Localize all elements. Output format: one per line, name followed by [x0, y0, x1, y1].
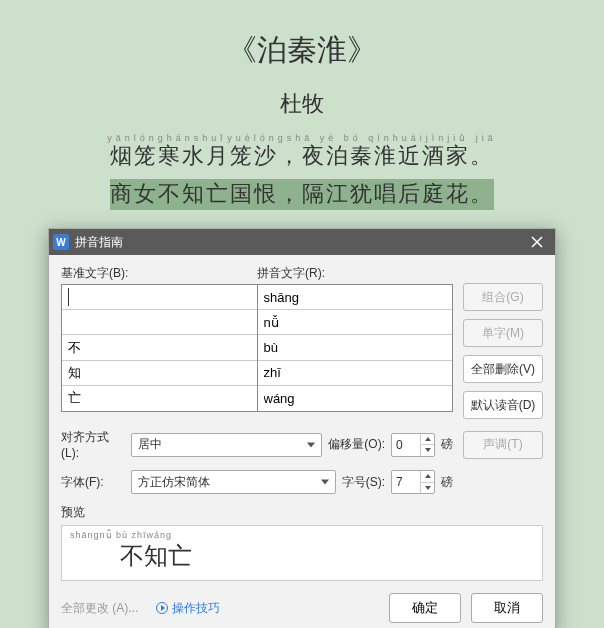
app-logo-icon: W — [53, 234, 69, 250]
size-value: 7 — [396, 475, 403, 489]
poem-line-2-selected[interactable]: 商女不知亡国恨，隔江犹唱后庭花。 — [110, 179, 494, 209]
preview-box: shāngnǚ bù zhīwáng 不知亡 — [61, 525, 543, 581]
preview-label: 预览 — [61, 504, 543, 521]
poem-ruby-line: yānlónghánshuǐyuèlóngshā yè bó qínhuáijì… — [0, 133, 604, 143]
play-icon — [156, 602, 168, 614]
pinyin-guide-dialog: W 拼音指南 基准文字(B): 拼音文字(R): — [48, 228, 556, 628]
table-cell[interactable] — [258, 335, 453, 360]
table-cell[interactable] — [62, 335, 257, 360]
spinner-up[interactable] — [421, 434, 434, 446]
chevron-down-icon — [321, 480, 329, 485]
font-value: 方正仿宋简体 — [138, 474, 210, 491]
table-cell[interactable] — [62, 285, 257, 310]
spinner-up[interactable] — [421, 471, 434, 483]
poem-background: 《泊秦淮》 杜牧 yānlónghánshuǐyuèlóngshā yè bó … — [0, 0, 604, 210]
size-spinner[interactable]: 7 — [391, 470, 435, 494]
delete-all-button[interactable]: 全部删除(V) — [463, 355, 543, 383]
ruby-column — [258, 285, 453, 411]
table-cell[interactable] — [62, 386, 257, 411]
unit-label: 磅 — [441, 474, 457, 491]
base-input-0[interactable] — [68, 288, 251, 306]
table-cell[interactable] — [62, 310, 257, 335]
offset-value: 0 — [396, 438, 403, 452]
default-reading-button[interactable]: 默认读音(D) — [463, 391, 543, 419]
spinner-down[interactable] — [421, 445, 434, 456]
chevron-down-icon — [307, 442, 315, 447]
tips-label: 操作技巧 — [172, 600, 220, 617]
base-input-1[interactable] — [68, 315, 251, 330]
base-text-label: 基准文字(B): — [61, 265, 257, 284]
combine-button: 组合(G) — [463, 283, 543, 311]
offset-label: 偏移量(O): — [328, 436, 385, 453]
table-cell[interactable] — [258, 361, 453, 386]
base-input-4[interactable] — [68, 391, 251, 406]
preview-chars: 不知亡 — [120, 540, 534, 572]
table-cell[interactable] — [258, 310, 453, 335]
base-column — [62, 285, 258, 411]
tips-link[interactable]: 操作技巧 — [156, 600, 220, 617]
ruby-input-0[interactable] — [264, 290, 447, 305]
close-button[interactable] — [519, 229, 555, 255]
table-cell[interactable] — [62, 361, 257, 386]
ruby-text-label: 拼音文字(R): — [257, 265, 453, 284]
align-value: 居中 — [138, 436, 162, 453]
tone-button: 声调(T) — [463, 431, 543, 459]
font-label: 字体(F): — [61, 474, 125, 491]
offset-spinner[interactable]: 0 — [391, 433, 435, 457]
table-cell[interactable] — [258, 285, 453, 310]
dialog-titlebar[interactable]: W 拼音指南 — [49, 229, 555, 255]
base-input-3[interactable] — [68, 365, 251, 380]
preview-ruby: shāngnǚ bù zhīwáng — [70, 530, 534, 540]
ok-button[interactable]: 确定 — [389, 593, 461, 623]
single-char-button: 单字(M) — [463, 319, 543, 347]
poem-author: 杜牧 — [0, 89, 604, 119]
spinner-down[interactable] — [421, 483, 434, 494]
base-input-2[interactable] — [68, 340, 251, 355]
pinyin-table — [61, 284, 453, 412]
size-label: 字号(S): — [342, 474, 385, 491]
cancel-button[interactable]: 取消 — [471, 593, 543, 623]
dialog-title: 拼音指南 — [75, 234, 123, 251]
close-icon — [531, 236, 543, 248]
poem-line-1: 烟笼寒水月笼沙，夜泊秦淮近酒家。 — [0, 143, 604, 169]
change-all-link: 全部更改 (A)... — [61, 600, 138, 617]
ruby-input-1[interactable] — [264, 315, 447, 330]
font-combo[interactable]: 方正仿宋简体 — [131, 470, 336, 494]
ruby-input-3[interactable] — [264, 365, 447, 380]
ruby-input-2[interactable] — [264, 340, 447, 355]
align-combo[interactable]: 居中 — [131, 433, 322, 457]
align-label: 对齐方式(L): — [61, 429, 125, 460]
unit-label: 磅 — [441, 436, 457, 453]
poem-title: 《泊秦淮》 — [0, 30, 604, 71]
ruby-input-4[interactable] — [264, 391, 447, 406]
table-cell[interactable] — [258, 386, 453, 411]
